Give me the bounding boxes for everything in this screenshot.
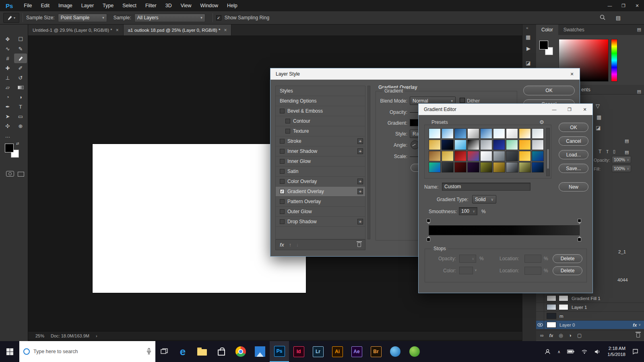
volume-icon[interactable] [594, 349, 601, 354]
layer-style-item-inner-shadow[interactable]: Inner Shadow+ [276, 146, 365, 156]
menu-select[interactable]: Select [118, 0, 141, 11]
gradient-bar[interactable] [429, 225, 580, 235]
taskbar-chrome[interactable] [231, 341, 250, 362]
presets-scrollbar[interactable] [546, 128, 550, 176]
clone-stamp-tool[interactable]: ⊥ [1, 73, 14, 82]
close-tab-icon[interactable]: × [116, 27, 119, 33]
name-input[interactable]: Custom [442, 183, 530, 191]
gradient-tool[interactable] [14, 82, 27, 92]
panel-menu-icon[interactable]: ▤ [625, 150, 629, 155]
workspace-icon[interactable]: ▤ [616, 15, 621, 21]
type-panel-icon-page[interactable]: ▯ [613, 149, 615, 154]
gradient-preset-25[interactable] [506, 151, 518, 161]
color-stop-left[interactable] [427, 236, 431, 242]
move-up-icon[interactable]: ↑ [289, 242, 291, 248]
taskbar-photos[interactable] [250, 341, 270, 362]
opacity-stop-left[interactable] [427, 219, 431, 225]
battery-icon[interactable] [567, 350, 574, 354]
dither-checkbox[interactable] [460, 98, 465, 103]
taskbar-file-explorer[interactable] [192, 341, 212, 362]
panel-icon-half[interactable]: ◪ [526, 60, 530, 66]
checkbox[interactable] [280, 139, 285, 144]
menu-edit[interactable]: Edit [37, 0, 54, 11]
maximize-icon[interactable]: ❐ [562, 104, 577, 115]
taskbar-photoshop[interactable]: Ps [270, 341, 289, 362]
type-tool[interactable]: T [14, 102, 27, 111]
gradient-preset-1[interactable] [429, 128, 441, 139]
shape-tool[interactable]: ▭ [14, 111, 27, 121]
adjustment-icon-curves[interactable]: ▽ [596, 103, 600, 109]
edit-toolbar[interactable]: … [1, 131, 14, 140]
gear-icon[interactable]: ⚙ [539, 119, 544, 125]
eyedropper-tool[interactable] [14, 53, 27, 63]
history-brush-tool[interactable]: ↺ [14, 73, 27, 82]
layer-style-item-outer-glow[interactable]: Outer Glow [276, 207, 365, 217]
panel-menu-icon[interactable]: ▤ [625, 138, 629, 144]
taskbar-store[interactable] [212, 341, 231, 362]
quick-mask-icon[interactable] [6, 171, 14, 177]
gradient-preset-13[interactable] [467, 140, 479, 150]
gradient-preset-32[interactable] [480, 162, 492, 173]
add-effect-icon[interactable]: + [357, 219, 363, 224]
layer-style-item-styles[interactable]: Styles [276, 86, 365, 96]
add-effect-icon[interactable]: + [357, 189, 363, 194]
panel-menu-icon[interactable]: ▤ [637, 27, 641, 32]
smoothness-input[interactable]: 100∨ [459, 207, 477, 215]
close-icon[interactable]: ✕ [577, 104, 592, 115]
gradient-preset-33[interactable] [493, 162, 505, 173]
gradient-preset-36[interactable] [532, 162, 544, 173]
checkbox[interactable] [280, 199, 285, 204]
gradient-preset-17[interactable] [519, 140, 531, 150]
microphone-icon[interactable] [147, 348, 151, 356]
network-icon[interactable] [581, 349, 588, 354]
document-tab-untitled[interactable]: Untitled-1 @ 29.9% (Layer 0, RGB/8) * × [28, 25, 124, 35]
delete-color-stop-button[interactable]: Delete [553, 266, 582, 275]
quick-selection-tool[interactable]: ✎ [14, 44, 27, 53]
hand-tool[interactable]: ✣ [1, 121, 14, 131]
taskbar-edge[interactable]: e [173, 341, 192, 362]
opacity-dropdown[interactable]: 100%∨ [612, 156, 631, 163]
checkbox[interactable] [280, 219, 285, 224]
angle-dial[interactable] [411, 140, 419, 149]
document-tab-a1-outlook[interactable]: a1 outlook 18.psd @ 25% (Layer 0, RGB/8)… [124, 25, 232, 35]
gradient-preset-20[interactable] [442, 151, 454, 161]
delete-layer-icon[interactable] [636, 333, 640, 337]
taskbar-bridge[interactable]: Br [366, 341, 386, 362]
close-button[interactable]: ✕ [630, 0, 644, 11]
gradient-preset-23[interactable] [480, 151, 492, 161]
menu-file[interactable]: File [19, 0, 36, 11]
layer-row-layer-1[interactable]: Layer 1 [536, 303, 644, 312]
minimize-icon[interactable]: — [547, 104, 562, 115]
gradient-preset-27[interactable] [532, 151, 544, 161]
layer-style-item-color-overlay[interactable]: Color Overlay+ [276, 177, 365, 187]
fill-dropdown[interactable]: 100%∨ [612, 165, 631, 172]
styles-list-scrollbar[interactable] [367, 86, 370, 239]
hue-strip[interactable] [611, 39, 617, 82]
color-stop-right[interactable] [578, 236, 582, 242]
layer-row-gradient-fill-1[interactable]: Gradient Fill 1 [536, 294, 644, 303]
layer-style-item-contour[interactable]: Contour [276, 116, 365, 126]
move-tool[interactable]: ✥ [1, 34, 14, 44]
add-effect-icon[interactable]: + [357, 138, 363, 144]
sample-dropdown[interactable]: All Layers▾ [134, 14, 205, 22]
layer-style-item-drop-shadow[interactable]: Drop Shadow+ [276, 217, 365, 227]
save-button[interactable]: Save... [559, 164, 588, 173]
checkbox[interactable] [280, 169, 285, 174]
gradient-preset-22[interactable] [467, 151, 479, 161]
gradient-preset-16[interactable] [506, 140, 518, 150]
layer-style-titlebar[interactable]: Layer Style ✕ [270, 68, 580, 80]
type-panel-icon-small-t[interactable]: T [606, 150, 609, 154]
show-hidden-icons[interactable]: ∧ [557, 350, 560, 354]
gradient-preset-15[interactable] [493, 140, 505, 150]
visibility-toggle[interactable] [536, 303, 544, 311]
layer-thumbnail[interactable] [559, 304, 568, 310]
taskbar-indesign[interactable]: Id [289, 341, 308, 362]
menu-view[interactable]: View [176, 0, 196, 11]
checkbox[interactable] [280, 209, 285, 214]
gradient-preset-29[interactable] [442, 162, 454, 173]
menu-filter[interactable]: Filter [141, 0, 161, 11]
layer-row-layer-0[interactable]: Layer 0fx∨ [536, 321, 644, 329]
crop-tool[interactable]: # [1, 53, 14, 63]
gradient-preset-3[interactable] [454, 128, 466, 139]
taskbar-search[interactable]: Type here to search [19, 341, 155, 362]
